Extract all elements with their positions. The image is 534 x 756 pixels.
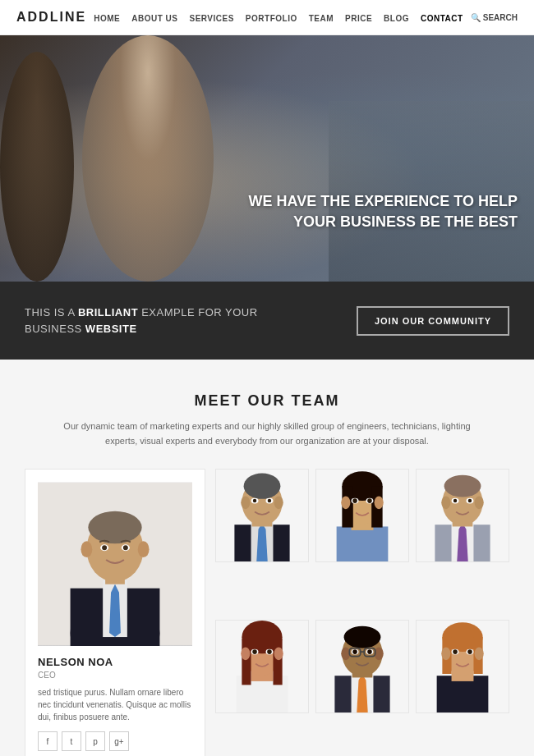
nav-item-blog[interactable]: BLOG (384, 10, 409, 25)
nav-item-about[interactable]: ABOUT US (131, 10, 177, 25)
nav-item-portfolio[interactable]: PORTFOLIO (246, 10, 297, 25)
team-member-4-avatar (216, 621, 308, 712)
svg-point-77 (352, 649, 357, 654)
svg-rect-58 (242, 639, 251, 685)
nav-item-services[interactable]: SERVICES (189, 10, 233, 25)
svg-point-9 (138, 541, 150, 557)
search-icon[interactable]: 🔍 SEARCH (471, 13, 518, 22)
team-member-2-avatar (316, 470, 408, 561)
join-community-button[interactable]: JOIN OUR COMMUNITY (357, 306, 509, 336)
svg-point-34 (341, 497, 350, 510)
team-member-card-5[interactable] (315, 620, 409, 713)
navigation: ADDLINE HOME ABOUT US SERVICES PORTFOLIO… (0, 0, 534, 35)
team-member-card-3[interactable] (416, 469, 509, 562)
svg-point-38 (352, 498, 357, 503)
tagline-text: THIS IS A BRILLIANT EXAMPLE FOR YOUR BUS… (25, 305, 258, 337)
pinterest-icon[interactable]: p (85, 731, 105, 751)
team-member-card-2[interactable] (315, 469, 409, 562)
svg-point-48 (475, 497, 484, 510)
svg-point-90 (475, 648, 484, 661)
facebook-icon[interactable]: f (38, 731, 58, 751)
team-member-1-avatar (216, 470, 308, 561)
featured-member-title: CEO (38, 671, 192, 680)
svg-point-64 (252, 649, 257, 654)
svg-point-20 (244, 474, 281, 499)
svg-point-46 (444, 475, 481, 497)
svg-point-89 (441, 648, 450, 661)
team-member-3-avatar (417, 470, 509, 561)
featured-avatar-svg (38, 482, 192, 646)
svg-point-78 (367, 649, 372, 654)
svg-point-26 (268, 499, 271, 502)
hero-headline: WE HAVE THE EXPERIENCE TO HELP YOUR BUSI… (249, 191, 518, 232)
svg-rect-59 (273, 639, 282, 685)
team-featured-card: NELSON NOA CEO sed tristique purus. Null… (25, 469, 205, 756)
hero-person-center (82, 35, 214, 282)
svg-point-47 (441, 497, 450, 510)
team-member-6-avatar (417, 621, 509, 712)
svg-point-94 (467, 649, 472, 654)
svg-point-72 (344, 626, 381, 648)
team-member-card-4[interactable] (215, 620, 309, 713)
team-member-5-avatar (316, 621, 408, 712)
svg-point-13 (123, 545, 128, 550)
featured-member-bio: sed tristique purus. Nullam ornare liber… (38, 686, 192, 723)
nav-item-price[interactable]: PRICE (345, 10, 372, 25)
svg-point-61 (274, 648, 283, 661)
featured-member-name: NELSON NOA (38, 656, 192, 668)
nav-links: HOME ABOUT US SERVICES PORTFOLIO TEAM PR… (94, 10, 463, 25)
logo[interactable]: ADDLINE (16, 10, 86, 25)
svg-point-65 (267, 649, 272, 654)
nav-item-home[interactable]: HOME (94, 10, 120, 25)
tagline-website: WEBSITE (85, 323, 137, 335)
twitter-icon[interactable]: t (62, 731, 81, 751)
svg-point-22 (274, 497, 283, 510)
svg-point-25 (253, 499, 256, 502)
team-others-grid (215, 469, 509, 756)
svg-point-52 (468, 499, 472, 502)
team-section: MEET OUR TEAM Our dynamic team of market… (0, 360, 534, 756)
team-description: Our dynamic team of marketing experts an… (62, 419, 472, 448)
svg-point-21 (241, 497, 250, 510)
tagline-section: THIS IS A BRILLIANT EXAMPLE FOR YOUR BUS… (0, 282, 534, 360)
tagline-bold: BRILLIANT (78, 306, 138, 318)
hero-text: WE HAVE THE EXPERIENCE TO HELP YOUR BUSI… (249, 191, 518, 232)
social-icons-group: f t p g+ (38, 731, 192, 751)
team-member-card-1[interactable] (215, 469, 309, 562)
svg-point-12 (102, 545, 107, 550)
svg-point-39 (367, 498, 372, 503)
googleplus-icon[interactable]: g+ (109, 731, 129, 751)
team-member-card-6[interactable] (416, 620, 509, 713)
hero-section: WE HAVE THE EXPERIENCE TO HELP YOUR BUSI… (0, 35, 534, 282)
nav-item-contact[interactable]: CONTACT (421, 10, 463, 25)
svg-rect-28 (337, 527, 389, 562)
nav-item-team[interactable]: TEAM (309, 10, 334, 25)
svg-point-8 (81, 541, 92, 557)
svg-point-51 (453, 499, 457, 502)
svg-point-93 (453, 649, 458, 654)
svg-point-7 (88, 511, 141, 544)
featured-member-image (38, 482, 192, 646)
svg-point-35 (375, 497, 384, 510)
team-heading: MEET OUR TEAM (25, 392, 509, 410)
svg-point-60 (241, 648, 250, 661)
hero-person-silhouette-left (0, 52, 74, 282)
team-grid: NELSON NOA CEO sed tristique purus. Null… (25, 469, 509, 756)
